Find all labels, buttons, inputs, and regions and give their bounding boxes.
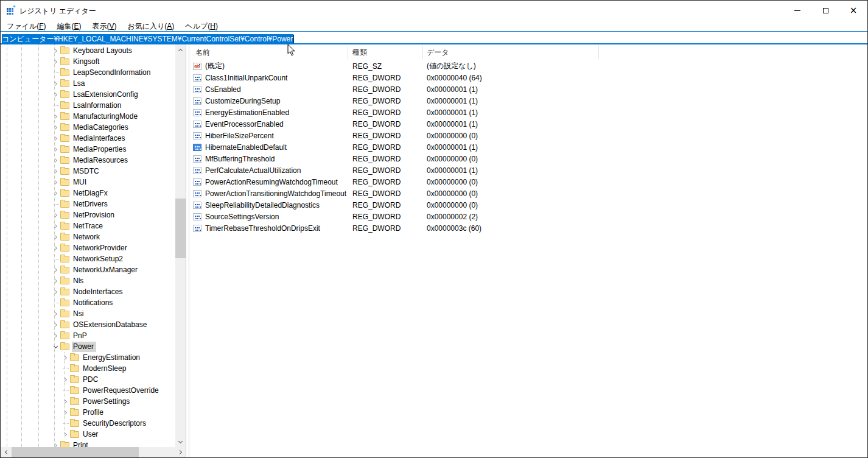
chevron-right-icon[interactable] [51,242,60,253]
menu-item[interactable]: ヘルプ(H) [180,20,223,32]
tree-item-User[interactable]: User [1,429,175,440]
tree-item-Power[interactable]: Power [1,341,175,352]
menu-item[interactable]: ファイル(F) [1,20,51,32]
tree-item-MediaInterfaces[interactable]: MediaInterfaces [1,133,175,144]
chevron-right-icon[interactable] [51,264,60,275]
chevron-right-icon[interactable] [51,111,60,122]
scroll-left-button[interactable] [1,447,11,457]
tree-item-Profile[interactable]: Profile [1,407,175,418]
chevron-right-icon[interactable] [51,45,60,56]
scroll-right-button[interactable] [175,447,186,457]
chevron-right-icon[interactable] [60,374,70,385]
tree-item-Print[interactable]: Print [1,440,175,447]
tree-item-ManufacturingMode[interactable]: ManufacturingMode [1,111,175,122]
chevron-right-icon[interactable] [51,78,60,89]
value-row-(既定)[interactable]: ab(既定)REG_SZ(値の設定なし) [189,60,867,72]
tree-item-Nls[interactable]: Nls [1,275,175,286]
tree-item-Keyboard Layouts[interactable]: Keyboard Layouts [1,45,175,56]
chevron-right-icon[interactable] [51,133,60,144]
column-divider[interactable] [422,46,423,59]
tree-item-NetTrace[interactable]: NetTrace [1,220,175,231]
tree-item-NetProvision[interactable]: NetProvision [1,210,175,220]
maximize-button[interactable] [811,1,839,20]
tree-item-NetworkSetup2[interactable]: NetworkSetup2 [1,253,175,264]
chevron-right-icon[interactable] [60,429,70,440]
chevron-right-icon[interactable] [51,275,60,286]
tree-item-LsaExtensionConfig[interactable]: LsaExtensionConfig [1,89,175,100]
chevron-right-icon[interactable] [51,286,60,297]
tree-item-ModernSleep[interactable]: ModernSleep [1,363,175,374]
chevron-right-icon[interactable] [51,89,60,100]
chevron-right-icon[interactable] [51,56,60,67]
chevron-right-icon[interactable] [60,396,70,407]
column-divider[interactable] [348,46,348,59]
value-row-SleepReliabilityDetailedDiagnostics[interactable]: SleepReliabilityDetailedDiagnosticsREG_D… [189,199,867,211]
tree-item-MediaProperties[interactable]: MediaProperties [1,144,175,155]
menu-item[interactable]: 表示(V) [86,20,122,32]
tree-item-Kingsoft[interactable]: Kingsoft [1,56,175,67]
tree-item-MediaResources[interactable]: MediaResources [1,155,175,166]
tree-item-Network[interactable]: Network [1,231,175,242]
tree-item-NetworkUxManager[interactable]: NetworkUxManager [1,264,175,275]
chevron-right-icon[interactable] [60,407,70,418]
tree-item-NodeInterfaces[interactable]: NodeInterfaces [1,286,175,297]
chevron-right-icon[interactable] [51,220,60,231]
chevron-right-icon[interactable] [51,319,60,330]
value-row-EnergyEstimationEnabled[interactable]: EnergyEstimationEnabledREG_DWORD0x000000… [189,107,867,118]
value-row-PowerActionTransitioningWatchdogTimeout[interactable]: PowerActionTransitioningWatchdogTimeoutR… [189,188,867,199]
tree-horizontal-scrollbar[interactable] [1,447,186,457]
chevron-right-icon[interactable] [51,155,60,166]
chevron-right-icon[interactable] [60,352,70,363]
value-row-PerfCalculateActualUtilization[interactable]: PerfCalculateActualUtilizationREG_DWORD0… [189,164,867,176]
tree-item-Notifications[interactable]: Notifications [1,297,175,308]
chevron-down-icon[interactable] [51,341,60,352]
value-row-CsEnabled[interactable]: CsEnabledREG_DWORD0x00000001 (1) [189,83,867,95]
column-divider[interactable] [598,46,599,59]
chevron-right-icon[interactable] [51,122,60,133]
tree-item-NetworkProvider[interactable]: NetworkProvider [1,242,175,253]
tree-item-NetDiagFx[interactable]: NetDiagFx [1,188,175,199]
value-row-SourceSettingsVersion[interactable]: SourceSettingsVersionREG_DWORD0x00000002… [189,211,867,222]
chevron-right-icon[interactable] [51,188,60,199]
value-row-TimerRebaseThresholdOnDripsExit[interactable]: TimerRebaseThresholdOnDripsExitREG_DWORD… [189,222,867,234]
chevron-right-icon[interactable] [51,330,60,341]
chevron-right-icon[interactable] [51,166,60,177]
column-header-data[interactable]: データ [427,48,449,58]
value-row-CustomizeDuringSetup[interactable]: CustomizeDuringSetupREG_DWORD0x00000001 … [189,95,867,107]
tree-vertical-scrollbar[interactable] [175,44,186,447]
tree-item-MSDTC[interactable]: MSDTC [1,166,175,177]
tree-item-OSExtensionDatabase[interactable]: OSExtensionDatabase [1,319,175,330]
tree-item-PDC[interactable]: PDC [1,374,175,385]
chevron-right-icon[interactable] [51,144,60,155]
vertical-scroll-thumb[interactable] [175,199,186,258]
tree-item-PowerSettings[interactable]: PowerSettings [1,396,175,407]
tree-item-EnergyEstimation[interactable]: EnergyEstimation [1,352,175,363]
tree-item-PnP[interactable]: PnP [1,330,175,341]
tree-item-NetDrivers[interactable]: NetDrivers [1,199,175,210]
horizontal-scroll-thumb[interactable] [12,447,139,457]
tree-item-LsaInformation[interactable]: LsaInformation [1,100,175,111]
tree-item-MUI[interactable]: MUI [1,177,175,188]
value-row-Class1InitialUnparkCount[interactable]: Class1InitialUnparkCountREG_DWORD0x00000… [189,72,867,83]
scroll-down-button[interactable] [175,437,186,447]
chevron-right-icon[interactable] [51,210,60,220]
value-row-PowerActionResumingWatchdogTimeout[interactable]: PowerActionResumingWatchdogTimeoutREG_DW… [189,176,867,188]
column-header-name[interactable]: 名前 [195,48,210,58]
chevron-right-icon[interactable] [51,440,60,447]
tree-item-LeapSecondInformation[interactable]: LeapSecondInformation [1,67,175,78]
scroll-up-button[interactable] [175,44,186,55]
address-bar[interactable]: コンピューター¥HKEY_LOCAL_MACHINE¥SYSTEM¥Curren… [1,31,867,44]
menu-item[interactable]: 編集(E) [51,20,86,32]
value-row-EventProcessorEnabled[interactable]: EventProcessorEnabledREG_DWORD0x00000001… [189,118,867,130]
chevron-right-icon[interactable] [51,308,60,319]
column-header-type[interactable]: 種類 [352,48,367,58]
tree-item-MediaCategories[interactable]: MediaCategories [1,122,175,133]
menu-item[interactable]: お気に入り(A) [122,20,180,32]
tree-item-SecurityDescriptors[interactable]: SecurityDescriptors [1,418,175,429]
tree-item-PowerRequestOverride[interactable]: PowerRequestOverride [1,385,175,396]
value-row-HibernateEnabledDefault[interactable]: HibernateEnabledDefaultREG_DWORD0x000000… [189,141,867,153]
tree-item-Lsa[interactable]: Lsa [1,78,175,89]
chevron-right-icon[interactable] [51,177,60,188]
chevron-right-icon[interactable] [51,231,60,242]
close-button[interactable]: × [839,1,867,20]
